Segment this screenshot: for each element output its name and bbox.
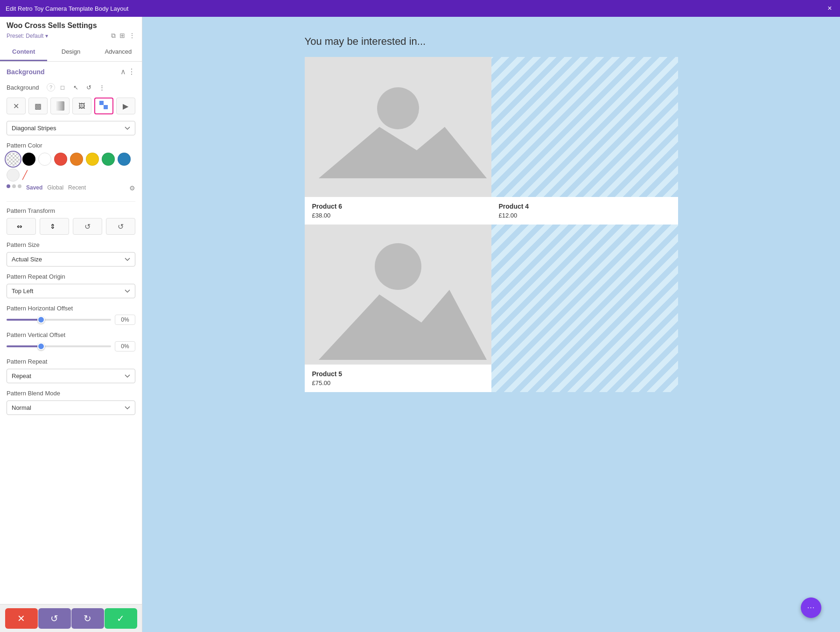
swatch-green[interactable] xyxy=(102,153,115,166)
section-menu-icon[interactable]: ⋮ xyxy=(128,67,135,76)
divider-1 xyxy=(7,201,135,202)
color-tabs: Saved Global Recent ⚙ xyxy=(7,184,135,195)
tab-design[interactable]: Design xyxy=(47,43,94,61)
bg-type-color[interactable]: ▩ xyxy=(28,98,48,114)
main-layout: Woo Cross Sells Settings Preset: Default… xyxy=(0,17,840,632)
bg-cursor-icon[interactable]: ↖ xyxy=(70,82,81,93)
product-price-5: £75.00 xyxy=(312,379,484,386)
pattern-v-offset-thumb[interactable] xyxy=(37,343,45,350)
bg-type-pattern[interactable] xyxy=(94,98,113,114)
product-card-5: Product 5 £75.00 xyxy=(305,225,491,392)
pattern-h-offset-thumb[interactable] xyxy=(37,316,45,323)
bg-type-none[interactable]: ✕ xyxy=(7,98,26,114)
pattern-repeat-origin-label: Pattern Repeat Origin xyxy=(7,273,135,280)
pattern-v-offset-value[interactable]: 0% xyxy=(115,341,135,351)
product-info-6: Product 6 £38.00 xyxy=(305,197,491,225)
pattern-h-offset-track[interactable] xyxy=(7,319,111,321)
svg-point-7 xyxy=(377,87,419,129)
pattern-h-offset-value[interactable]: 0% xyxy=(115,315,135,325)
transform-flip-h[interactable]: ⇔ xyxy=(7,218,36,235)
svg-point-11 xyxy=(375,243,421,290)
bg-type-image[interactable]: 🖼 xyxy=(72,98,91,114)
pattern-repeat-label: Pattern Repeat xyxy=(7,358,135,365)
cancel-button[interactable]: ✕ xyxy=(5,608,38,629)
transform-flip-v[interactable]: ⇕ xyxy=(40,218,69,235)
transform-row: ⇔ ⇕ ↺ ↺ xyxy=(7,218,135,235)
svg-rect-1 xyxy=(104,105,108,109)
swatch-yellow[interactable] xyxy=(86,153,99,166)
transform-reset[interactable]: ↺ xyxy=(106,218,135,235)
pattern-blend-mode-dropdown[interactable]: Normal xyxy=(7,400,135,415)
preset-selector[interactable]: Preset: Default ▾ xyxy=(7,33,48,39)
bg-more-icon[interactable]: ⋮ xyxy=(96,82,107,93)
bg-type-gradient[interactable] xyxy=(50,98,70,114)
tab-advanced[interactable]: Advanced xyxy=(95,43,142,61)
color-tab-recent[interactable]: Recent xyxy=(68,184,86,195)
transform-rotate[interactable]: ↺ xyxy=(73,218,102,235)
save-button[interactable]: ✓ xyxy=(105,608,137,629)
color-swatches: ╱ xyxy=(7,153,135,182)
bg-device-icon[interactable]: □ xyxy=(57,82,68,93)
tab-content[interactable]: Content xyxy=(0,43,47,61)
sidebar-icon-menu[interactable]: ⋮ xyxy=(129,32,135,40)
product-placeholder-svg-5 xyxy=(305,229,491,360)
sidebar-header: Woo Cross Sells Settings Preset: Default… xyxy=(0,17,142,40)
product-grid: Product 6 £38.00 Product 4 £12.00 xyxy=(305,57,678,392)
pattern-icon xyxy=(99,101,108,111)
canvas-title: You may be interested in... xyxy=(305,35,678,48)
product-price-4: £12.00 xyxy=(499,212,671,219)
top-bar: Edit Retro Toy Camera Template Body Layo… xyxy=(0,0,840,17)
close-icon[interactable]: × xyxy=(825,4,834,13)
color-tab-global[interactable]: Global xyxy=(47,184,63,195)
product-card-stripe xyxy=(491,225,678,392)
pattern-repeat-dropdown[interactable]: Repeat xyxy=(7,369,135,383)
pattern-size-dropdown[interactable]: Actual Size xyxy=(7,252,135,267)
pattern-type-dropdown[interactable]: Diagonal Stripes xyxy=(7,121,135,135)
sidebar: Woo Cross Sells Settings Preset: Default… xyxy=(0,17,142,632)
product-info-4: Product 4 £12.00 xyxy=(491,197,678,225)
pattern-v-offset-track[interactable] xyxy=(7,345,111,347)
pattern-h-offset-field: Pattern Horizontal Offset 0% xyxy=(7,305,135,325)
color-tab-saved[interactable]: Saved xyxy=(26,184,42,195)
swatch-black[interactable] xyxy=(22,153,35,166)
swatch-blue[interactable] xyxy=(118,153,131,166)
color-picker-icon[interactable]: ╱ xyxy=(22,170,28,180)
swatch-white2[interactable] xyxy=(7,169,20,182)
sidebar-icon-copy[interactable]: ⧉ xyxy=(111,32,116,40)
bottom-bar: ✕ ↺ ↻ ✓ xyxy=(0,604,142,632)
fab-icon: ··· xyxy=(807,604,815,612)
product-card-6: Product 6 £38.00 xyxy=(305,57,491,225)
color-settings-icon[interactable]: ⚙ xyxy=(129,184,135,195)
product-price-6: £38.00 xyxy=(312,212,484,219)
pattern-h-offset-label: Pattern Horizontal Offset xyxy=(7,305,135,312)
product-image-4 xyxy=(491,57,678,197)
swatch-white[interactable] xyxy=(38,153,51,166)
color-dot-1 xyxy=(7,184,10,188)
collapse-icon[interactable]: ∧ xyxy=(120,67,126,76)
sidebar-icon-columns[interactable]: ⊞ xyxy=(119,32,125,40)
undo-button[interactable]: ↺ xyxy=(38,608,71,629)
swatch-red[interactable] xyxy=(54,153,67,166)
swatch-transparent[interactable] xyxy=(7,153,20,166)
bg-type-video[interactable]: ▶ xyxy=(116,98,135,114)
pattern-v-offset-field: Pattern Vertical Offset 0% xyxy=(7,331,135,351)
redo-button[interactable]: ↻ xyxy=(71,608,104,629)
section-title: Background xyxy=(7,68,45,76)
svg-text:⇔: ⇔ xyxy=(17,223,22,230)
background-field-icons: ? □ ↖ ↺ ⋮ xyxy=(47,82,135,93)
pattern-v-offset-slider-row: 0% xyxy=(7,341,135,351)
bg-undo-icon[interactable]: ↺ xyxy=(83,82,94,93)
swatch-orange[interactable] xyxy=(70,153,83,166)
pattern-size-label: Pattern Size xyxy=(7,241,135,248)
pattern-repeat-origin-dropdown[interactable]: Top Left xyxy=(7,284,135,298)
none-icon: ✕ xyxy=(13,102,19,111)
rotate-icon: ↺ xyxy=(84,222,91,231)
background-label: Background xyxy=(7,84,44,91)
product-name-5: Product 5 xyxy=(312,370,484,378)
sidebar-module-title: Woo Cross Sells Settings xyxy=(7,21,135,30)
fab-button[interactable]: ··· xyxy=(801,597,821,618)
product-name-6: Product 6 xyxy=(312,203,484,210)
sidebar-content: Background ∧ ⋮ Background ? □ ↖ ↺ ⋮ xyxy=(0,62,142,604)
product-image-5 xyxy=(305,225,491,365)
bg-help-icon[interactable]: ? xyxy=(47,83,55,91)
